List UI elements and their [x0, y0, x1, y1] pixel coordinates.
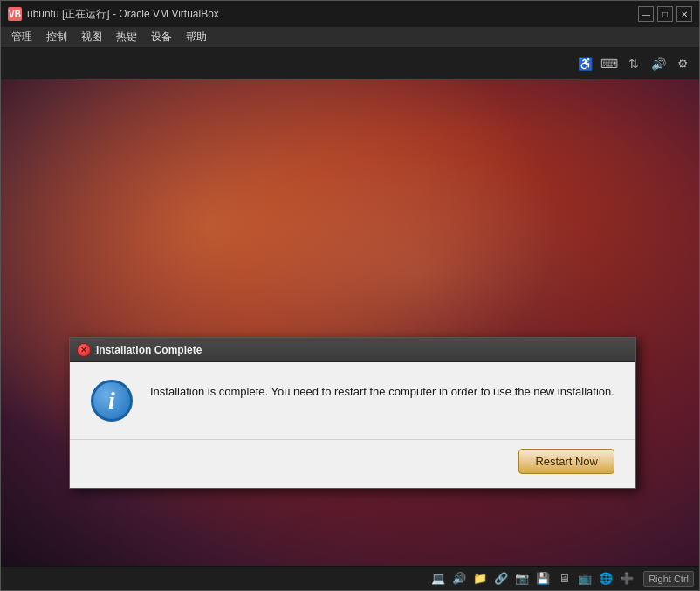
- close-button[interactable]: ✕: [676, 6, 692, 22]
- right-ctrl-label: Right Ctrl: [643, 571, 694, 587]
- menu-item-view[interactable]: 视图: [74, 28, 109, 46]
- status-icon-2: 🔊: [450, 569, 469, 588]
- status-icon-3: 📁: [470, 569, 490, 588]
- menu-item-control[interactable]: 控制: [39, 28, 74, 46]
- maximize-button[interactable]: □: [657, 6, 673, 22]
- status-icon-4: 🔗: [491, 569, 511, 588]
- keyboard-icon[interactable]: ⌨: [600, 54, 619, 73]
- menu-item-manage[interactable]: 管理: [4, 28, 39, 46]
- ubuntu-desktop-background: [1, 79, 699, 566]
- status-icon-1: 💻: [429, 569, 448, 588]
- vm-display: ✕ Installation Complete i Installation i…: [1, 79, 699, 566]
- dialog-close-button[interactable]: ✕: [77, 343, 91, 357]
- status-icon-8: 📺: [575, 569, 594, 588]
- info-icon-circle: i: [91, 380, 133, 422]
- status-icon-6: 💾: [533, 569, 552, 588]
- menu-item-hotkeys[interactable]: 热键: [109, 28, 144, 46]
- dialog-title: Installation Complete: [96, 344, 202, 356]
- status-icon-7: 🖥: [554, 569, 573, 588]
- virtualbox-window: VB ubuntu [正在运行] - Oracle VM VirtualBox …: [0, 0, 700, 591]
- network-icon[interactable]: ⇅: [624, 54, 643, 73]
- toolbar: ♿ ⌨ ⇅ 🔊 ⚙: [1, 48, 699, 79]
- title-bar: VB ubuntu [正在运行] - Oracle VM VirtualBox …: [1, 1, 699, 27]
- settings-icon[interactable]: ⚙: [673, 54, 692, 73]
- dialog-message: Installation is complete. You need to re…: [150, 380, 614, 401]
- menu-bar: 管理 控制 视图 热键 设备 帮助: [1, 27, 699, 48]
- window-controls: — □ ✕: [638, 6, 692, 22]
- status-bar: 💻 🔊 📁 🔗 📷 💾 🖥 📺 🌐 ➕ Right Ctrl: [1, 566, 699, 590]
- menu-item-help[interactable]: 帮助: [179, 28, 214, 46]
- app-icon: VB: [8, 7, 22, 21]
- dialog-title-bar: ✕ Installation Complete: [70, 338, 635, 362]
- audio-icon[interactable]: 🔊: [649, 54, 668, 73]
- info-icon: i: [91, 380, 133, 422]
- menu-item-devices[interactable]: 设备: [144, 28, 179, 46]
- dialog-content: i Installation is complete. You need to …: [70, 362, 635, 439]
- dialog-footer: Restart Now: [70, 439, 635, 488]
- status-icon-5: 📷: [512, 569, 532, 588]
- minimize-button[interactable]: —: [638, 6, 654, 22]
- installation-complete-dialog: ✕ Installation Complete i Installation i…: [69, 337, 636, 489]
- window-title: ubuntu [正在运行] - Oracle VM VirtualBox: [27, 7, 638, 22]
- accessibility-icon[interactable]: ♿: [575, 54, 594, 73]
- arrow-status-icon: ➕: [617, 569, 636, 588]
- restart-now-button[interactable]: Restart Now: [518, 449, 614, 474]
- network-status-icon: 🌐: [596, 569, 615, 588]
